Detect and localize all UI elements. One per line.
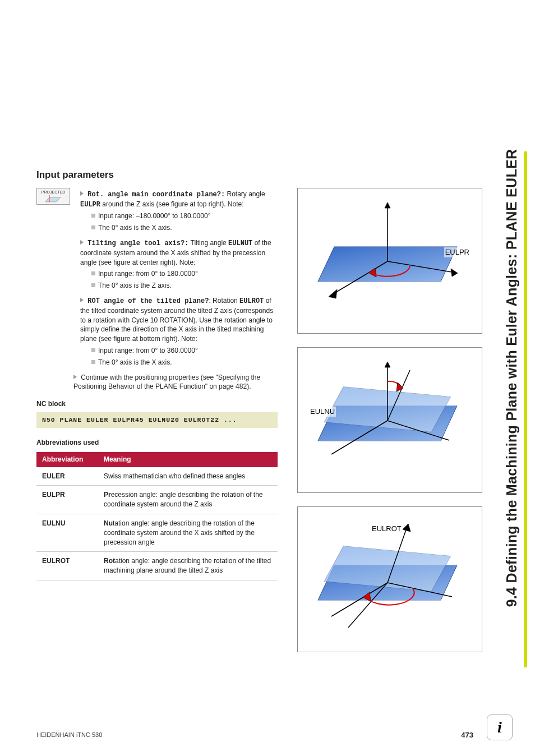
main-content: Input parameters Rot. angle main coordin… <box>36 168 278 580</box>
meaning-cell: Rotation angle: angle describing the rot… <box>98 552 278 580</box>
svg-marker-10 <box>385 362 390 367</box>
table-row: EULNU Nutation angle: angle describing t… <box>36 514 278 552</box>
svg-marker-8 <box>368 268 376 277</box>
table-header-meaning: Meaning <box>98 452 278 467</box>
nc-block-code: N50 PLANE EULER EULPR45 EULNU20 EULROT22… <box>36 412 278 428</box>
figure-label: EULNU <box>309 407 336 417</box>
param-code: EULPR <box>80 201 100 209</box>
table-row: EULROT Rotation angle: angle describing … <box>36 552 278 580</box>
meaning-rest: ecession angle: angle describing the rot… <box>104 491 263 508</box>
abbr-heading: Abbreviations used <box>36 438 278 448</box>
param-continue: Continue with the positioning properties… <box>73 373 278 392</box>
svg-line-11 <box>388 370 410 421</box>
square-bullet-icon <box>91 271 95 275</box>
info-icon[interactable]: i <box>487 714 513 740</box>
svg-marker-0 <box>45 197 61 202</box>
svg-marker-3 <box>385 202 390 208</box>
figure-label: EULROT <box>371 524 403 534</box>
param-eulpr: Rot. angle main coordinate plane?: Rotar… <box>80 190 278 233</box>
meaning-cell: Nutation angle: angle describing the rot… <box>98 514 278 552</box>
meaning-bold: Pr <box>104 491 111 499</box>
bullet-text: The 0° axis is the X axis. <box>98 358 172 366</box>
table-row: EULER Swiss mathematician who defined th… <box>36 467 278 486</box>
square-bullet-icon <box>91 214 95 218</box>
param-code: EULNUT <box>228 239 252 247</box>
param-bullet: The 0° axis is the X axis. <box>91 223 278 233</box>
meaning-bold: Rot <box>104 557 115 565</box>
arrow-icon <box>80 240 84 245</box>
svg-line-13 <box>331 421 388 454</box>
svg-marker-14 <box>396 382 403 391</box>
svg-line-17 <box>388 583 452 597</box>
parameter-list: Rot. angle main coordinate plane?: Rotar… <box>80 190 278 391</box>
param-text: : Rotation <box>209 297 239 305</box>
svg-marker-20 <box>363 592 371 601</box>
figure-eulnu: EULNU <box>297 347 482 493</box>
arrow-icon <box>73 375 77 379</box>
figure-eulrot: EULROT <box>297 506 482 652</box>
square-bullet-icon <box>91 283 95 287</box>
svg-line-6 <box>331 261 388 295</box>
meaning-cell: Swiss mathematician who defined these an… <box>98 467 278 486</box>
svg-line-12 <box>388 421 449 440</box>
abbreviations-table: Abbreviation Meaning EULER Swiss mathema… <box>36 452 278 580</box>
nc-block-heading: NC block <box>36 399 278 409</box>
param-desc: around the Z axis (see figure at top rig… <box>100 200 243 208</box>
figure-label: EULPR <box>444 247 471 257</box>
param-text: Tilting angle <box>188 239 228 247</box>
svg-line-19 <box>348 583 388 628</box>
arrow-icon <box>80 298 84 302</box>
projected-label: PROJECTED <box>41 190 65 194</box>
footer-left: HEIDENHAIN iTNC 530 <box>36 731 102 739</box>
svg-line-4 <box>388 261 455 273</box>
arrow-icon <box>80 191 84 196</box>
param-prompt: Rot. angle main coordinate plane?: <box>87 191 225 199</box>
param-bullet: The 0° axis is the Z axis. <box>91 281 278 291</box>
figure-axes-icon <box>298 188 483 334</box>
param-bullet: Input range: –180.0000° to 180.0000° <box>91 211 278 221</box>
figure-column: EULPR EULNU EULROT <box>297 188 482 666</box>
abbr-cell: EULPR <box>36 486 98 514</box>
meaning-rest: ation angle: angle describing the rotati… <box>104 557 271 574</box>
projected-icon <box>39 195 67 204</box>
square-bullet-icon <box>91 360 95 364</box>
figure-eulpr: EULPR <box>297 188 482 334</box>
svg-marker-5 <box>451 269 458 276</box>
bullet-text: The 0° axis is the X axis. <box>98 224 172 232</box>
bullet-text: Input range: from 0° to 360.0000° <box>98 347 198 354</box>
svg-line-15 <box>388 527 407 583</box>
figure-axes-icon <box>298 348 483 494</box>
param-prompt: ROT angle of the tilted plane? <box>87 297 209 305</box>
param-bullet: The 0° axis is the X axis. <box>91 358 278 367</box>
svg-line-18 <box>331 583 388 616</box>
param-eulnut: Tilting angle tool axis?: Tilting angle … <box>80 238 278 291</box>
bullet-text: Input range: –180.0000° to 180.0000° <box>98 212 210 220</box>
page-number: 473 <box>461 730 473 740</box>
bullet-text: Input range: from 0° to 180.0000° <box>98 270 198 278</box>
page-footer: HEIDENHAIN iTNC 530 473 <box>36 730 513 740</box>
bullet-text: The 0° axis is the Z axis. <box>98 282 172 289</box>
meaning-rest: tation angle: angle describing the rotat… <box>104 519 255 546</box>
param-prompt: Tilting angle tool axis?: <box>87 239 188 247</box>
param-text: Rotary angle <box>225 190 265 198</box>
meaning-cell: Precession angle: angle describing the r… <box>98 486 278 514</box>
projected-button[interactable]: PROJECTED <box>36 188 70 205</box>
svg-marker-16 <box>403 524 411 532</box>
param-bullet: Input range: from 0° to 180.0000° <box>91 269 278 279</box>
meaning-rest: Swiss mathematician who defined these an… <box>104 472 245 480</box>
abbr-cell: EULNU <box>36 514 98 552</box>
param-code: EULROT <box>239 297 264 305</box>
square-bullet-icon <box>91 348 95 352</box>
square-bullet-icon <box>91 225 95 229</box>
continue-text: Continue with the positioning properties… <box>73 374 260 391</box>
param-bullet: Input range: from 0° to 360.0000° <box>91 346 278 356</box>
table-header-abbr: Abbreviation <box>36 452 98 467</box>
abbr-cell: EULER <box>36 467 98 486</box>
table-row: EULPR Precession angle: angle describing… <box>36 486 278 514</box>
side-accent-bar <box>524 151 527 667</box>
side-section-title: 9.4 Defining the Machining Plane with Eu… <box>502 149 522 607</box>
meaning-bold: Nu <box>104 519 113 527</box>
page-heading: Input parameters <box>36 168 278 182</box>
abbr-cell: EULROT <box>36 552 98 580</box>
svg-marker-7 <box>329 289 337 298</box>
